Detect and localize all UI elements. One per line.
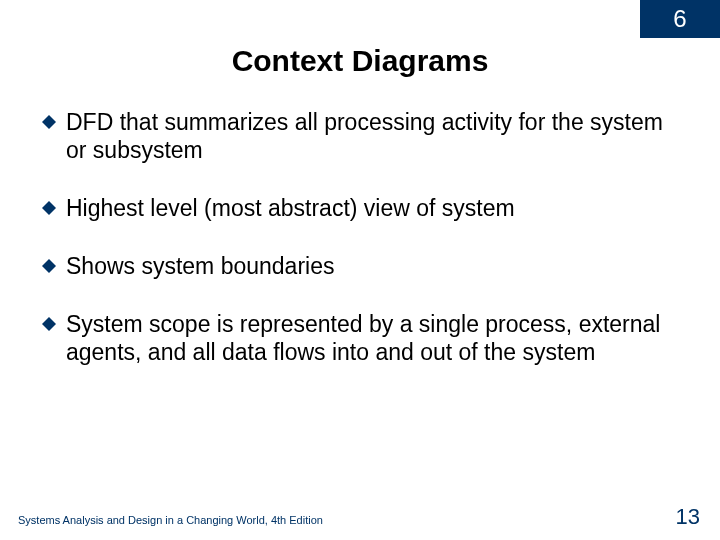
list-item: DFD that summarizes all processing activ… [42, 108, 678, 164]
chapter-number: 6 [673, 5, 686, 33]
diamond-icon [42, 259, 56, 273]
svg-marker-2 [42, 259, 56, 273]
page-number: 13 [676, 504, 700, 530]
slide-body: DFD that summarizes all processing activ… [42, 108, 678, 396]
diamond-icon [42, 201, 56, 215]
svg-marker-3 [42, 317, 56, 331]
diamond-icon [42, 317, 56, 331]
svg-marker-0 [42, 115, 56, 129]
chapter-number-box: 6 [640, 0, 720, 38]
footer-text: Systems Analysis and Design in a Changin… [18, 514, 323, 526]
svg-marker-1 [42, 201, 56, 215]
bullet-text: DFD that summarizes all processing activ… [66, 108, 678, 164]
bullet-text: Shows system boundaries [66, 252, 334, 280]
slide: 6 Context Diagrams DFD that summarizes a… [0, 0, 720, 540]
list-item: Highest level (most abstract) view of sy… [42, 194, 678, 222]
list-item: System scope is represented by a single … [42, 310, 678, 366]
slide-title: Context Diagrams [0, 44, 720, 78]
list-item: Shows system boundaries [42, 252, 678, 280]
bullet-text: System scope is represented by a single … [66, 310, 678, 366]
bullet-text: Highest level (most abstract) view of sy… [66, 194, 515, 222]
diamond-icon [42, 115, 56, 129]
